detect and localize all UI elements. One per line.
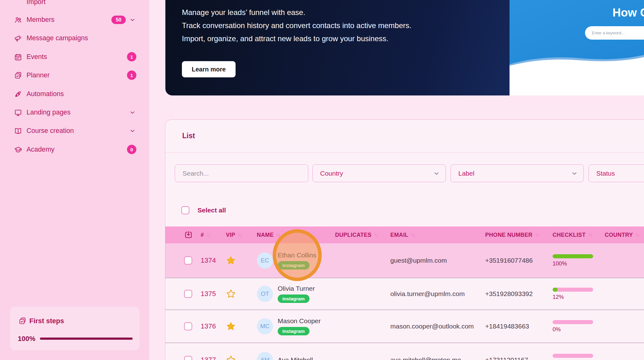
phone-cell: +18419483663	[485, 323, 553, 330]
column-header-country[interactable]: COUNTRY↑↓	[605, 232, 644, 238]
phone-cell: +351916077486	[485, 257, 553, 264]
label-dropdown[interactable]: Label	[451, 164, 584, 182]
graduation-cap-icon	[14, 146, 22, 154]
country-dropdown[interactable]: Country	[312, 164, 446, 182]
country-dropdown-value: Country	[313, 170, 433, 177]
source-badge: Instagram	[278, 327, 310, 335]
wave-decoration	[510, 52, 644, 66]
row-checkbox[interactable]	[184, 290, 192, 298]
column-header-email[interactable]: EMAIL↑↓	[390, 232, 485, 238]
sidebar-item-label: Events	[27, 50, 47, 64]
events-count-badge: 1	[127, 52, 136, 61]
column-header-phone[interactable]: PHONE NUMBER↑↓	[485, 232, 553, 238]
sidebar-item-course-creation[interactable]: Course creation	[0, 124, 147, 138]
sidebar-item-label: Members	[27, 13, 55, 27]
checklist-progress-bar	[553, 288, 593, 292]
sidebar-item-planner[interactable]: Planner 1	[0, 68, 147, 82]
clipboard-check-icon	[18, 317, 27, 325]
banner-illustration: How C	[510, 0, 644, 95]
select-all-checkbox[interactable]	[181, 206, 189, 214]
first-steps-progress-bar	[40, 338, 133, 340]
members-count-badge: 50	[111, 16, 126, 24]
book-icon	[14, 127, 22, 135]
first-steps-label: First steps	[29, 317, 64, 325]
sidebar-item-label: Academy	[27, 143, 55, 156]
member-name-link[interactable]: Ava Mitchell	[278, 356, 313, 360]
clipboard-check-icon	[14, 71, 22, 80]
checklist-progress-bar	[553, 254, 593, 258]
table-row[interactable]: 1377 AM Ava Mitchell ava.mitchell@proton…	[165, 343, 644, 360]
sidebar-item-landing-pages[interactable]: Landing pages	[0, 105, 147, 119]
star-outline-icon[interactable]	[226, 289, 236, 299]
sidebar: Import Members 50 Message campaigns Even…	[0, 0, 150, 360]
sort-icon: ↑↓	[206, 232, 210, 238]
table-row[interactable]: 1375 OT Olivia Turner Instagram olivia.t…	[165, 278, 644, 309]
table-row[interactable]: 1376 MC Mason Cooper Instagram mason.coo…	[165, 309, 644, 343]
sidebar-item-message-campaigns[interactable]: Message campaigns	[0, 31, 147, 45]
row-id: 1375	[201, 290, 226, 298]
click-highlight-ring	[273, 229, 322, 281]
planner-count-badge: 1	[127, 71, 136, 80]
divider	[165, 153, 644, 153]
star-filled-icon[interactable]	[226, 321, 236, 331]
learn-more-button[interactable]: Learn more	[182, 61, 236, 77]
table-row[interactable]: 1374 EC Ethan Collins Instagram guest@up…	[165, 243, 644, 278]
sidebar-item-automations[interactable]: Automations	[0, 87, 147, 101]
label-dropdown-value: Label	[451, 170, 571, 177]
column-header-id[interactable]: #↑↓	[201, 232, 226, 238]
avatar: MC	[257, 318, 273, 334]
sort-icon: ↑↓	[535, 232, 539, 238]
search-input[interactable]	[175, 170, 308, 177]
column-header-duplicates[interactable]: DUPLICATES↑↓	[335, 232, 390, 238]
sidebar-item-label: Planner	[27, 68, 50, 82]
phone-cell: +351928093392	[485, 290, 553, 298]
source-badge: Instagram	[278, 294, 310, 303]
email-cell: olivia.turner@upmlm.com	[390, 290, 485, 298]
column-header-vip[interactable]: VIP↑↓	[226, 232, 257, 238]
row-checkbox[interactable]	[184, 256, 192, 265]
select-all: Select all	[181, 206, 226, 214]
promo-white-area	[510, 66, 644, 95]
banner-line: Import, organize, and attract new leads …	[182, 32, 411, 45]
monitor-icon	[14, 109, 22, 117]
sidebar-item-label: Import	[27, 0, 46, 9]
sort-icon: ↑↓	[374, 232, 378, 238]
checklist-percent: 100%	[553, 260, 567, 267]
sort-icon: ↑↓	[238, 232, 242, 238]
chevron-down-icon	[433, 170, 440, 177]
sort-icon: ↑↓	[588, 232, 592, 238]
sidebar-item-events[interactable]: Events 1	[0, 50, 147, 64]
select-all-label: Select all	[198, 207, 226, 214]
name-cell: AM Ava Mitchell	[257, 352, 335, 360]
members-list-page: Import Members 50 Message campaigns Even…	[0, 0, 644, 360]
chevron-down-icon[interactable]	[129, 128, 136, 134]
checklist-percent: 0%	[553, 326, 561, 333]
leads-promo-banner: Manage your leads’ funnel with ease. Tra…	[165, 0, 644, 95]
member-name-link[interactable]: Mason Cooper	[278, 317, 321, 325]
star-outline-icon[interactable]	[226, 355, 236, 360]
banner-text: Manage your leads’ funnel with ease. Tra…	[182, 6, 411, 45]
checklist-cell: 0%	[553, 354, 605, 360]
name-cell: MC Mason Cooper Instagram	[257, 317, 335, 335]
checklist-cell: 12%	[553, 288, 605, 300]
row-checkbox[interactable]	[184, 322, 192, 330]
checklist-cell: 100%	[553, 254, 605, 267]
sidebar-item-import[interactable]: Import	[0, 0, 147, 9]
column-header-checklist[interactable]: CHECKLIST↑↓	[553, 232, 605, 238]
chevron-down-icon[interactable]	[129, 17, 136, 23]
member-name-link[interactable]: Olivia Turner	[278, 285, 315, 292]
sidebar-item-members[interactable]: Members 50	[0, 13, 147, 27]
status-dropdown[interactable]: Status	[588, 164, 644, 182]
first-steps-card[interactable]: First steps 100%	[10, 307, 139, 350]
email-cell: mason.cooper@outlook.com	[390, 323, 485, 330]
status-dropdown-value: Status	[589, 170, 644, 177]
export-download-icon[interactable]	[184, 231, 193, 239]
chevron-down-icon[interactable]	[129, 109, 136, 116]
rocket-icon	[14, 90, 22, 98]
star-filled-icon[interactable]	[226, 255, 236, 265]
promo-keyword-input[interactable]	[585, 26, 644, 40]
row-checkbox[interactable]	[184, 356, 192, 360]
table-header: #↑↓ VIP↑↓ NAME↑↓ DUPLICATES↑↓ EMAIL↑↓ PH…	[165, 226, 644, 243]
checklist-progress-bar	[553, 320, 593, 324]
sidebar-item-academy[interactable]: Academy 0	[0, 143, 147, 156]
